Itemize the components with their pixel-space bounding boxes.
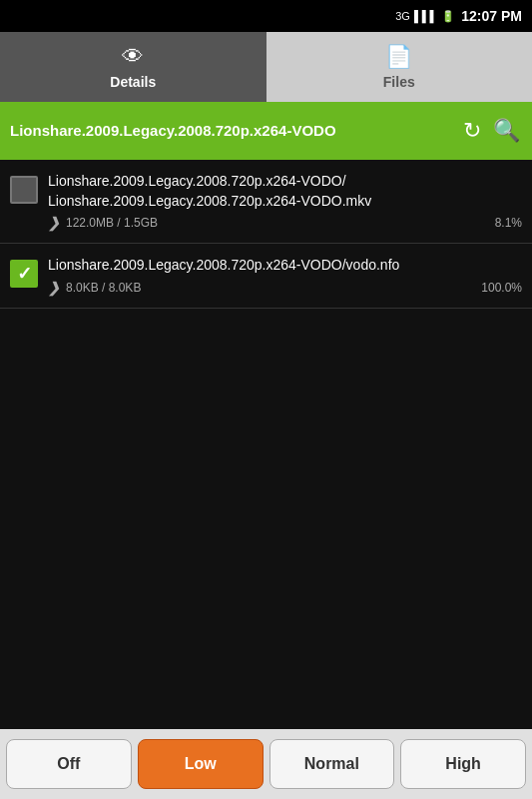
- normal-button[interactable]: Normal: [269, 739, 395, 789]
- file-size-2: 8.0KB / 8.0KB: [66, 281, 141, 295]
- file-percent-1: 8.1%: [495, 216, 522, 230]
- tab-bar: 👁 Details 📄 Files: [0, 32, 532, 102]
- main-content: 👁 Details 📄 Files Lionshare.2009.Legacy.…: [0, 32, 532, 729]
- file-meta-1: ❯ 122.0MB / 1.5GB 8.1%: [48, 215, 522, 231]
- refresh-button[interactable]: ↻: [461, 116, 483, 146]
- checkmark-icon: ✓: [17, 263, 32, 285]
- network-icon: 3G: [395, 10, 410, 22]
- speed-icon-1: ❯: [48, 215, 60, 231]
- file-checkbox-2[interactable]: ✓: [10, 260, 38, 288]
- tab-details[interactable]: 👁 Details: [0, 32, 266, 102]
- header-bar: Lionshare.2009.Legacy.2008.720p.x264-VOD…: [0, 102, 532, 160]
- bottom-bar: Off Low Normal High: [0, 729, 532, 799]
- files-icon: 📄: [385, 44, 412, 70]
- eye-icon: 👁: [122, 44, 144, 70]
- file-name-1: Lionshare.2009.Legacy.2008.720p.x264-VOD…: [48, 172, 522, 211]
- header-actions: ↻ 🔍: [461, 116, 522, 146]
- file-info-1: Lionshare.2009.Legacy.2008.720p.x264-VOD…: [48, 172, 522, 231]
- off-button[interactable]: Off: [6, 739, 132, 789]
- speed-icon-2: ❯: [48, 280, 60, 296]
- file-checkbox-1[interactable]: [10, 176, 38, 204]
- tab-details-label: Details: [110, 74, 156, 90]
- file-size-1: 122.0MB / 1.5GB: [66, 216, 158, 230]
- file-list: Lionshare.2009.Legacy.2008.720p.x264-VOD…: [0, 160, 532, 729]
- list-item: Lionshare.2009.Legacy.2008.720p.x264-VOD…: [0, 160, 532, 244]
- high-button[interactable]: High: [400, 739, 526, 789]
- status-bar: 3G ▌▌▌ 🔋 12:07 PM: [0, 0, 532, 32]
- low-button[interactable]: Low: [138, 739, 264, 789]
- search-button[interactable]: 🔍: [491, 116, 522, 146]
- header-title: Lionshare.2009.Legacy.2008.720p.x264-VOD…: [10, 121, 461, 141]
- file-info-2: Lionshare.2009.Legacy.2008.720p.x264-VOD…: [48, 256, 522, 296]
- file-percent-2: 100.0%: [481, 281, 522, 295]
- status-time: 12:07 PM: [461, 8, 522, 24]
- battery-icon: 🔋: [441, 10, 455, 23]
- list-item: ✓ Lionshare.2009.Legacy.2008.720p.x264-V…: [0, 244, 532, 309]
- file-meta-2: ❯ 8.0KB / 8.0KB 100.0%: [48, 280, 522, 296]
- signal-icon: ▌▌▌: [414, 10, 437, 22]
- status-icons: 3G ▌▌▌ 🔋: [395, 10, 455, 23]
- tab-files[interactable]: 📄 Files: [266, 32, 533, 102]
- tab-files-label: Files: [383, 74, 415, 90]
- file-name-2: Lionshare.2009.Legacy.2008.720p.x264-VOD…: [48, 256, 522, 276]
